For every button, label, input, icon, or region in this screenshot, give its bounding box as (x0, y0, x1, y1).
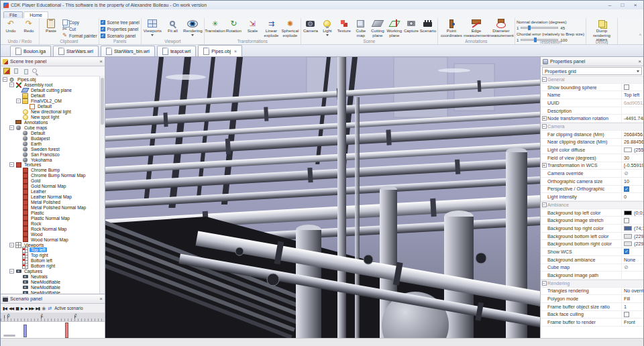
tree-item-leather-normal-map[interactable]: Leather Normal Map (1, 194, 105, 200)
checkbox-icon[interactable]: ✓ (624, 186, 629, 192)
doc-tab-boulon-iga[interactable]: Boulon.iga (10, 46, 51, 56)
property-row-transformation-in-wcs[interactable]: +Transformation in WCS[-0.559194; 0.8290… (541, 162, 643, 170)
tree-expander-icon[interactable]: − (9, 243, 14, 247)
cutting-plane-button[interactable]: Cutting plane (370, 18, 386, 38)
property-row-background-bottom-right-color[interactable]: Background bottom right color(229;227;22… (541, 240, 643, 248)
close-scenario-panel-icon[interactable]: × (99, 296, 103, 302)
tree-item-plastic[interactable]: Plastic (1, 210, 105, 215)
tree-expander-icon[interactable]: − (9, 269, 14, 274)
cut-button[interactable]: Cut (62, 26, 97, 32)
property-row-description[interactable]: Description (541, 107, 643, 115)
tree-item-leather[interactable]: Leather (1, 189, 105, 194)
doc-tab-teapot-wrl[interactable]: teapot.wrl (157, 46, 196, 56)
point-coordinates-button[interactable]: Point coordinates (439, 18, 464, 38)
scrollbar-thumb[interactable] (101, 78, 104, 125)
rendering-button[interactable]: Rendering (183, 18, 203, 36)
checkbox-icon[interactable]: ✓ (624, 249, 629, 254)
stop-button[interactable]: ■ (25, 306, 27, 310)
tree-item-budapest[interactable]: Budapest (1, 135, 105, 141)
collapse-ribbon-icon[interactable]: ^ (639, 33, 641, 38)
color-swatch[interactable] (624, 148, 632, 152)
fast-forward-button[interactable]: ▶▶ (29, 306, 34, 310)
property-row-triangles-rendering[interactable]: Triangles renderingNo override (541, 288, 643, 296)
property-row-uuid[interactable]: UUID6ad90512-71ae-4427-a121-a (541, 99, 643, 107)
tree-item-new-directional-light[interactable]: New directional light (1, 109, 105, 115)
tree-item-plastic-normal-map[interactable]: Plastic Normal Map (1, 215, 105, 221)
viewport-3d-render[interactable] (105, 57, 540, 338)
fit-all-button[interactable]: Fit all (163, 18, 182, 34)
camera-button[interactable]: Camera (303, 18, 319, 34)
doc-tab-pipes-obj[interactable]: Pipes.obj× (198, 45, 242, 56)
search-icon[interactable] (32, 68, 38, 74)
section-collapse-icon[interactable]: − (542, 203, 547, 207)
timeline-scrollbar[interactable] (3, 335, 15, 337)
property-row-far-clipping-distance-mm[interactable]: Far clipping distance (Mm)2668456.75 (541, 131, 643, 139)
row-expand-icon[interactable]: + (542, 163, 547, 168)
texture-button[interactable]: Texture (336, 18, 352, 34)
new-capture-icon[interactable] (3, 68, 10, 74)
property-row-field-of-view-degrees[interactable]: Field of view (degrees)30 (541, 154, 643, 162)
export-button[interactable]: ⇄ (48, 306, 52, 310)
tree-item-rock-normal-map[interactable]: Rock Normal Map (1, 226, 105, 231)
scene-tree-scrollbar[interactable] (99, 76, 105, 294)
tree-item-wood[interactable]: Wood (1, 231, 105, 237)
tree-item-default[interactable]: Default (1, 93, 105, 99)
expand-all-icon[interactable] (13, 68, 19, 74)
properties-panel-checkbox[interactable]: ✓Properties panel (101, 26, 140, 32)
tree-item-assembly-root[interactable]: −Assembly root (1, 82, 105, 88)
properties-mode-select[interactable]: Properties grid (542, 67, 642, 75)
property-row-camera-override[interactable]: Camera override⊘ (541, 170, 643, 178)
skip-start-button[interactable]: ▮◀ (3, 306, 7, 310)
edge-measurement-button[interactable]: Edge measurement (464, 18, 488, 38)
slider-track[interactable] (521, 39, 558, 41)
translation-button[interactable]: Translation (206, 18, 224, 34)
tree-item-metal-polished[interactable]: Metal Polished (1, 200, 105, 205)
tree-item-annotations[interactable]: Annotations (1, 120, 105, 125)
property-row-name[interactable]: NameTop left (541, 91, 643, 99)
tree-item-rock[interactable]: Rock (1, 221, 105, 226)
maximize-button[interactable]: □ (617, 1, 628, 9)
section-collapse-icon[interactable]: − (542, 77, 547, 82)
tree-item-sweden-forest[interactable]: Sweden forest (1, 146, 105, 152)
tree-item-textures[interactable]: −Textures (1, 162, 105, 168)
property-row-background-image-stretch[interactable]: Background image stretch (541, 217, 643, 225)
tree-item-pipes-obj[interactable]: −Pipes.obj (1, 77, 105, 82)
property-row-background-top-right-color[interactable]: Background top right color(74;101;151) (541, 225, 643, 233)
tree-expander-icon[interactable]: − (16, 99, 21, 103)
tree-item-yokohama[interactable]: Yokohama (1, 157, 105, 162)
timeline-marker-red[interactable] (65, 323, 68, 338)
doc-tab-starwars-bin-wrl[interactable]: StarWars_bin.wrl (101, 46, 155, 56)
undo-button[interactable]: Undo (2, 18, 19, 34)
tree-item-bottom-right[interactable]: Bottom right (1, 264, 105, 269)
tree-item-top-left[interactable]: Top left (1, 247, 105, 253)
property-row-background-image-path[interactable]: Background image path (541, 272, 643, 280)
section-collapse-icon[interactable]: − (542, 281, 547, 286)
scenario-panel-checkbox[interactable]: ✓Scenario panel (101, 33, 140, 38)
tree-item-default[interactable]: Default (1, 130, 105, 135)
doc-tab-starwars-wrl[interactable]: StarWars.wrl (53, 46, 99, 56)
checkbox-icon[interactable] (624, 84, 629, 90)
property-row-show-wcs[interactable]: Show WCS✓ (541, 248, 643, 256)
tree-item-chrome-bump[interactable]: Chrome Bump (1, 168, 105, 173)
format-painter-button[interactable]: Format painter (62, 33, 97, 38)
property-row-back-face-culling[interactable]: Back face culling (541, 311, 643, 319)
viewports-button[interactable]: Viewports (143, 18, 162, 36)
tree-item-chrome-bump-normal-map[interactable]: Chrome Bump Normal Map (1, 173, 105, 178)
copy-button[interactable]: Copy (62, 19, 97, 25)
property-row-light-color-diffuse[interactable]: Light color diffuse(255;255;255) (541, 146, 643, 154)
linear-explode-button[interactable]: Linear explode (262, 18, 280, 38)
tree-item-captures[interactable]: −Captures (1, 269, 105, 274)
tree-item-cube-maps[interactable]: −Cube maps (1, 125, 105, 130)
property-row-frame-buffer-to-render[interactable]: Frame buffer to renderFront (541, 319, 643, 327)
tree-item-default-cutting-plane[interactable]: Default cutting plane (1, 88, 105, 93)
cube-map-button[interactable]: Cube map (353, 18, 369, 38)
color-swatch[interactable] (624, 211, 632, 215)
tree-item-san-francisco[interactable]: San Francisco (1, 152, 105, 157)
tree-expander-icon[interactable]: − (9, 125, 14, 130)
property-row-frame-buffer-object-size-ratio[interactable]: Frame buffer object size ratio1 (541, 303, 643, 311)
color-swatch[interactable] (624, 241, 632, 246)
pause-button[interactable]: ▮▮ (15, 306, 19, 310)
property-row-background-top-left-color[interactable]: Background top left color(0;0;0) (541, 209, 643, 217)
tree-item-new-spot-light[interactable]: New spot light (1, 115, 105, 120)
tree-item-newmodifiable[interactable]: NewModifiable (1, 280, 105, 285)
